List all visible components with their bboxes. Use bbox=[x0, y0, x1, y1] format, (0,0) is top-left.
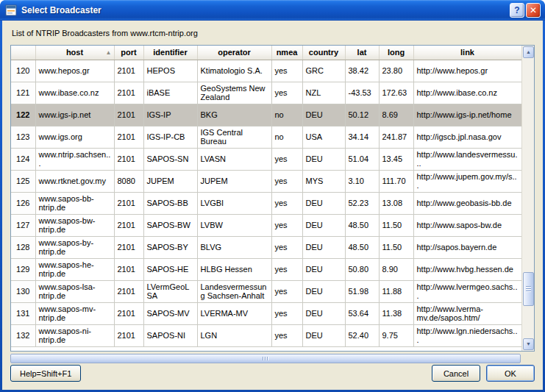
cell-link[interactable]: http://igscb.jpl.nasa.gov bbox=[413, 126, 521, 148]
cell-lat[interactable]: 38.42 bbox=[345, 60, 379, 82]
cell-lat[interactable]: 50.12 bbox=[345, 104, 379, 126]
cell-country[interactable]: DEU bbox=[302, 104, 345, 126]
cell-operator[interactable]: LVASN bbox=[197, 148, 271, 170]
table-row[interactable]: 127 www.sapos-bw-ntrip.de 2101 SAPOS-BW … bbox=[11, 214, 521, 236]
cell-port[interactable]: 8080 bbox=[114, 170, 143, 192]
cell-port[interactable]: 2101 bbox=[114, 280, 143, 302]
row-header[interactable]: 130 bbox=[11, 280, 35, 302]
cell-identifier[interactable]: SAPOS-HE bbox=[143, 258, 197, 280]
cell-country[interactable]: USA bbox=[302, 126, 345, 148]
cell-nmea[interactable]: yes bbox=[271, 214, 302, 236]
cell-port[interactable]: 2101 bbox=[114, 236, 143, 258]
cell-country[interactable]: DEU bbox=[302, 324, 345, 346]
cell-identifier[interactable]: IGS-IP bbox=[143, 104, 197, 126]
cell-host[interactable]: www.sapos-lsa-ntrip.de bbox=[35, 280, 114, 302]
cell-country[interactable]: DEU bbox=[302, 148, 345, 170]
cell-nmea[interactable]: yes bbox=[271, 258, 302, 280]
horizontal-scrollbar-thumb[interactable] bbox=[10, 354, 521, 363]
cell-port[interactable]: 2101 bbox=[114, 60, 143, 82]
cell-identifier[interactable]: SAPOS-MV bbox=[143, 302, 197, 324]
row-header[interactable]: 123 bbox=[11, 126, 35, 148]
title-bar[interactable]: Select Broadcaster ? ✕ bbox=[0, 0, 545, 21]
cell-identifier[interactable]: SAPOS-SN bbox=[143, 148, 197, 170]
column-header-operator[interactable]: operator bbox=[197, 46, 271, 60]
cell-host[interactable]: www.sapos-bw-ntrip.de bbox=[35, 214, 114, 236]
column-header-port[interactable]: port bbox=[114, 46, 143, 60]
row-header[interactable]: 125 bbox=[11, 170, 35, 192]
cell-nmea[interactable]: yes bbox=[271, 324, 302, 346]
cell-country[interactable]: DEU bbox=[302, 280, 345, 302]
cell-host[interactable]: www.ibase.co.nz bbox=[35, 82, 114, 104]
cell-lat[interactable]: 48.50 bbox=[345, 236, 379, 258]
cell-country[interactable]: DEU bbox=[302, 214, 345, 236]
cell-port[interactable]: 2101 bbox=[114, 148, 143, 170]
cell-operator[interactable]: HLBG Hessen bbox=[197, 258, 271, 280]
cell-link[interactable]: http://www.hepos.gr bbox=[413, 60, 521, 82]
cell-nmea[interactable]: yes bbox=[271, 82, 302, 104]
cancel-button[interactable]: Cancel bbox=[432, 365, 480, 382]
cell-port[interactable]: 2101 bbox=[114, 214, 143, 236]
cell-host[interactable]: www.sapos-mv-ntrip.de bbox=[35, 302, 114, 324]
cell-lat[interactable]: 50.80 bbox=[345, 258, 379, 280]
cell-nmea[interactable]: yes bbox=[271, 302, 302, 324]
cell-port[interactable]: 2101 bbox=[114, 82, 143, 104]
row-header[interactable]: 122 bbox=[11, 104, 35, 126]
cell-link[interactable]: http://www.igs-ip.net/home bbox=[413, 104, 521, 126]
cell-host[interactable]: www.sapos-bb-ntrip.de bbox=[35, 192, 114, 214]
cell-lat[interactable]: 51.04 bbox=[345, 148, 379, 170]
cell-link[interactable]: http://sapos.bayern.de bbox=[413, 236, 521, 258]
column-header-link[interactable]: link bbox=[413, 46, 521, 60]
cell-host[interactable]: www.rtknet.gov.my bbox=[35, 170, 114, 192]
cell-country[interactable]: DEU bbox=[302, 258, 345, 280]
cell-link[interactable]: http://www.lverma-mv.de/sapos.htm/ bbox=[413, 302, 521, 324]
cell-operator[interactable]: LGN bbox=[197, 324, 271, 346]
cell-identifier[interactable]: HEPOS bbox=[143, 60, 197, 82]
cell-lat[interactable]: 52.40 bbox=[345, 324, 379, 346]
cell-long[interactable]: 9.75 bbox=[379, 324, 413, 346]
row-header[interactable]: 131 bbox=[11, 302, 35, 324]
cell-identifier[interactable]: SAPOS-NI bbox=[143, 324, 197, 346]
close-icon[interactable]: ✕ bbox=[526, 3, 541, 18]
cell-nmea[interactable]: no bbox=[271, 126, 302, 148]
cell-identifier[interactable]: LVermGeoLSA bbox=[143, 280, 197, 302]
cell-port[interactable]: 2101 bbox=[114, 258, 143, 280]
column-header-lat[interactable]: lat bbox=[345, 46, 379, 60]
cell-nmea[interactable]: yes bbox=[271, 170, 302, 192]
scroll-down-icon[interactable]: ▼ bbox=[523, 338, 534, 350]
vertical-scrollbar-thumb[interactable] bbox=[523, 272, 534, 306]
table-row[interactable]: 122 www.igs-ip.net 2101 IGS-IP BKG no DE… bbox=[11, 104, 521, 126]
cell-link[interactable]: http://www.hvbg.hessen.de bbox=[413, 258, 521, 280]
cell-port[interactable]: 2101 bbox=[114, 324, 143, 346]
cell-long[interactable]: 13.45 bbox=[379, 148, 413, 170]
cell-link[interactable]: http://www.geobasis-bb.de bbox=[413, 192, 521, 214]
ok-button[interactable]: OK bbox=[486, 365, 535, 382]
cell-lat[interactable]: 34.14 bbox=[345, 126, 379, 148]
cell-country[interactable]: DEU bbox=[302, 236, 345, 258]
table-row[interactable]: 124 www.ntrip.sachsen... 2101 SAPOS-SN L… bbox=[11, 148, 521, 170]
cell-country[interactable]: GRC bbox=[302, 60, 345, 82]
cell-long[interactable]: 8.69 bbox=[379, 104, 413, 126]
column-header-host[interactable]: host ▲ bbox=[35, 46, 114, 60]
cell-long[interactable]: 11.88 bbox=[379, 280, 413, 302]
table-row[interactable]: 128 www.sapos-by-ntrip.de 2101 SAPOS-BY … bbox=[11, 236, 521, 258]
cell-long[interactable]: 13.08 bbox=[379, 192, 413, 214]
cell-identifier[interactable]: IGS-IP-CB bbox=[143, 126, 197, 148]
cell-nmea[interactable]: yes bbox=[271, 236, 302, 258]
column-header-long[interactable]: long bbox=[379, 46, 413, 60]
cell-link[interactable]: http://www.lvermgeo.sachs... bbox=[413, 280, 521, 302]
help-icon[interactable]: ? bbox=[510, 3, 524, 18]
cell-lat[interactable]: 51.98 bbox=[345, 280, 379, 302]
cell-link[interactable]: http://www.landesvermessu... bbox=[413, 148, 521, 170]
cell-nmea[interactable]: no bbox=[271, 104, 302, 126]
row-header[interactable]: 126 bbox=[11, 192, 35, 214]
cell-long[interactable]: 11.50 bbox=[379, 236, 413, 258]
row-header[interactable]: 132 bbox=[11, 324, 35, 346]
cell-nmea[interactable]: yes bbox=[271, 192, 302, 214]
help-button[interactable]: Help=Shift+F1 bbox=[10, 365, 81, 382]
cell-operator[interactable]: Ktimatologio S.A. bbox=[197, 60, 271, 82]
cell-country[interactable]: DEU bbox=[302, 192, 345, 214]
scroll-up-icon[interactable]: ▲ bbox=[523, 46, 534, 58]
row-header[interactable]: 124 bbox=[11, 148, 35, 170]
cell-operator[interactable]: LVGBI bbox=[197, 192, 271, 214]
vertical-scrollbar[interactable]: ▲ ▼ bbox=[521, 46, 534, 351]
